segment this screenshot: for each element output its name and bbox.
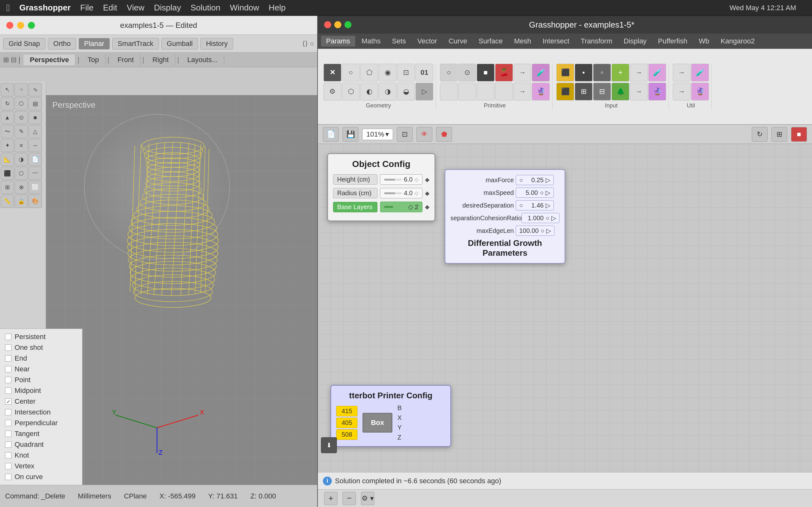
param-gear-icon[interactable]: ⚙	[323, 83, 341, 101]
planar-button[interactable]: Planar	[79, 38, 110, 49]
zoom-in-button[interactable]: +	[324, 492, 338, 505]
printer-val-415[interactable]: 415	[336, 406, 357, 416]
mesh-icon[interactable]: ⬡	[14, 97, 28, 110]
prim-empty2-icon[interactable]	[458, 83, 476, 101]
param-pentagon-icon[interactable]: ⬠	[360, 64, 378, 81]
param-x-icon[interactable]: ✕	[323, 64, 341, 81]
tab-vector[interactable]: Vector	[412, 36, 442, 47]
color-icon[interactable]: 🎨	[29, 194, 42, 208]
render-icon[interactable]: ◑	[14, 153, 28, 166]
gumball-button[interactable]: Gumball	[161, 38, 198, 49]
center-checkbox[interactable]: ✓	[5, 398, 11, 405]
prim-arrow-icon[interactable]: →	[513, 64, 531, 81]
oncurve-checkbox[interactable]	[5, 474, 11, 480]
tab-maths[interactable]: Maths	[357, 36, 386, 47]
osnap-quadrant[interactable]: Quadrant	[5, 439, 77, 450]
layer-icon[interactable]: ≡	[14, 139, 28, 152]
input-knob-icon[interactable]: ⬛	[556, 64, 574, 81]
desiredsep-value[interactable]: ○ 1.46 ▷	[516, 200, 554, 210]
rotate-icon[interactable]: ↻	[1, 97, 14, 110]
osnap-intersection[interactable]: Intersection	[5, 407, 77, 418]
tab-params[interactable]: Params	[321, 36, 355, 47]
file-menu[interactable]: File	[80, 3, 94, 13]
window-menu[interactable]: Window	[230, 3, 259, 13]
box-component[interactable]: Box	[362, 413, 392, 433]
prim-empty3-icon[interactable]	[477, 83, 495, 101]
snap-icon[interactable]: 🔒	[14, 194, 28, 208]
tab-transform[interactable]: Transform	[576, 36, 617, 47]
analyze-icon[interactable]: 📐	[1, 153, 14, 166]
tab-mesh[interactable]: Mesh	[509, 36, 537, 47]
prim-flask-icon[interactable]: 🧪	[532, 64, 550, 81]
tab-sets[interactable]: Sets	[387, 36, 411, 47]
zoom-fit-button[interactable]: ⊡	[397, 127, 413, 142]
close-button[interactable]	[6, 22, 13, 29]
radius-slider[interactable]	[384, 192, 402, 194]
draft-icon[interactable]: 📄	[29, 153, 42, 166]
maxedge-value[interactable]: 100.00 ○ ▷	[516, 226, 554, 236]
tab-display[interactable]: Display	[618, 36, 652, 47]
osnap-persistent[interactable]: Persistent	[5, 331, 77, 342]
diff-growth-node[interactable]: maxForce ○ 0.25 ▷ maxSpeed 5.00 ○ ▷ desi…	[445, 169, 565, 264]
prim-dot-icon[interactable]: ⊙	[458, 64, 476, 81]
smarttrack-button[interactable]: SmartTrack	[112, 38, 159, 49]
tab-right[interactable]: Right	[146, 55, 175, 65]
osnap-perpendicular[interactable]: Perpendicular	[5, 418, 77, 429]
tab-top[interactable]: Top	[81, 55, 105, 65]
view-menu[interactable]: View	[127, 3, 145, 13]
bake-button[interactable]: ⬟	[436, 127, 452, 142]
osnap-knot[interactable]: Knot	[5, 450, 77, 461]
param-sphere-icon[interactable]: ◉	[379, 64, 397, 81]
perpendicular-checkbox[interactable]	[5, 420, 11, 426]
maxspeed-value[interactable]: 5.00 ○ ▷	[516, 187, 554, 198]
param-sphere4-icon[interactable]: ◒	[397, 83, 415, 101]
height-value[interactable]: 6.0 ◇	[380, 174, 422, 185]
poly-icon[interactable]: △	[29, 125, 42, 138]
edit-icon[interactable]: ✎	[14, 125, 28, 138]
history-button[interactable]: History	[200, 38, 233, 49]
baselayers-connector-icon[interactable]: ◆	[425, 204, 429, 210]
cage-icon[interactable]: ⬛	[1, 167, 14, 180]
display-menu[interactable]: Display	[154, 3, 181, 13]
osnap-point[interactable]: Point	[5, 375, 77, 385]
spline-icon[interactable]: 〜	[1, 125, 14, 138]
tab-perspective[interactable]: Perspective	[23, 55, 76, 65]
sepcoh-value[interactable]: 1.000 ○ ▷	[521, 213, 560, 223]
help-menu[interactable]: Help	[269, 3, 286, 13]
ortho-button[interactable]: Ortho	[48, 38, 76, 49]
curve-icon[interactable]: ∿	[29, 83, 42, 96]
input-grid-icon[interactable]: ⊞	[575, 83, 593, 101]
settings-button[interactable]: ⚙ ▾	[361, 492, 374, 505]
flow-icon[interactable]: 〰	[29, 167, 42, 180]
prim-empty-icon[interactable]	[440, 83, 458, 101]
osnap-near[interactable]: Near	[5, 364, 77, 375]
printer-val-508[interactable]: 508	[336, 429, 357, 440]
maximize-button[interactable]	[28, 22, 35, 29]
util-flask-icon[interactable]: 🧪	[691, 64, 709, 81]
printer-config-node[interactable]: tterbot Printer Config 415 405 508 Box B…	[331, 385, 451, 447]
prim-cherry-icon[interactable]: 🍒	[495, 64, 513, 81]
param-sphere2-icon[interactable]: ◐	[360, 83, 378, 101]
zoom-out-button[interactable]: −	[343, 492, 356, 505]
abort-button[interactable]: ■	[791, 127, 807, 142]
tab-pufferfish[interactable]: Pufferfish	[653, 36, 693, 47]
osnap-tangent[interactable]: Tangent	[5, 429, 77, 439]
tab-kangaroo[interactable]: Kangaroo2	[716, 36, 760, 47]
printer-val-405[interactable]: 405	[336, 418, 357, 428]
maxforce-value[interactable]: ○ 0.25 ▷	[516, 175, 554, 185]
prim-flask2-icon[interactable]: 🔮	[532, 83, 550, 101]
intersection-checkbox[interactable]	[5, 409, 11, 415]
viewport-3d[interactable]: Perspective	[46, 95, 317, 485]
baselayers-slider[interactable]	[384, 206, 406, 208]
input-knob2-icon[interactable]: ⬛	[556, 83, 574, 101]
osnap-midpoint[interactable]: Midpoint	[5, 385, 77, 396]
grid-snap-button[interactable]: Grid Snap	[3, 38, 45, 49]
subd-icon[interactable]: ⬡	[14, 167, 28, 180]
osnap-center[interactable]: ✓ Center	[5, 396, 77, 407]
solution-menu[interactable]: Solution	[191, 3, 220, 13]
doc-button[interactable]: 📄	[323, 127, 339, 142]
tangent-checkbox[interactable]	[5, 431, 11, 437]
tab-intersect[interactable]: Intersect	[537, 36, 574, 47]
input-flask-icon[interactable]: 🧪	[648, 64, 666, 81]
util-arrow-icon[interactable]: →	[673, 64, 691, 81]
